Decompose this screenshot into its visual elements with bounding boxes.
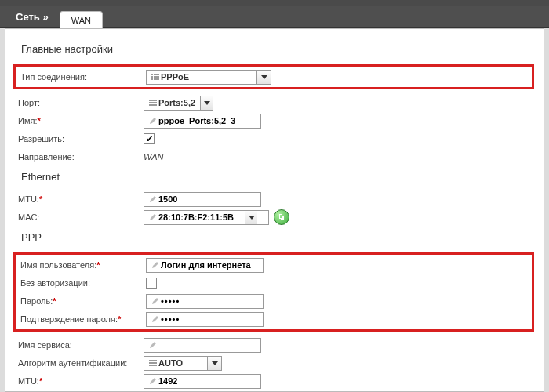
label-password: Пароль:* bbox=[20, 296, 146, 306]
label-eth-mtu: MTU:* bbox=[18, 194, 144, 204]
pencil-icon bbox=[150, 297, 161, 305]
pencil-icon bbox=[147, 195, 158, 203]
pencil-icon bbox=[147, 117, 158, 125]
select-conn-type-value: PPPoE bbox=[161, 72, 256, 82]
page-body: Главные настройки Тип соединения: PPPoE … bbox=[5, 28, 544, 392]
select-port[interactable]: Ports:5,2 bbox=[144, 96, 213, 111]
select-port-value: Ports:5,2 bbox=[158, 98, 200, 107]
list-icon bbox=[147, 359, 158, 367]
label-name: Имя:* bbox=[18, 116, 144, 125]
value-direction: WAN bbox=[144, 152, 163, 162]
page-header: Сеть » WAN bbox=[0, 6, 549, 28]
chevron-down-icon[interactable] bbox=[256, 71, 271, 84]
list-icon bbox=[150, 73, 161, 81]
input-ppp-mtu-field[interactable] bbox=[158, 376, 253, 386]
input-password-field[interactable] bbox=[161, 296, 255, 306]
label-port: Порт: bbox=[18, 98, 144, 107]
label-service: Имя сервиса: bbox=[18, 340, 144, 350]
pencil-icon bbox=[147, 341, 158, 349]
input-name-field[interactable] bbox=[158, 116, 253, 125]
input-name[interactable] bbox=[144, 114, 261, 129]
list-icon bbox=[147, 99, 158, 107]
label-conn-type: Тип соединения: bbox=[20, 72, 146, 82]
pencil-icon bbox=[147, 213, 158, 221]
select-auth[interactable]: AUTO bbox=[144, 356, 222, 371]
label-mac: MAC: bbox=[18, 212, 144, 222]
breadcrumb[interactable]: Сеть » bbox=[16, 11, 49, 23]
label-allow: Разрешить: bbox=[18, 134, 144, 143]
section-title-ppp: PPP bbox=[16, 227, 534, 251]
chevron-down-icon[interactable] bbox=[200, 96, 213, 110]
select-auth-value: AUTO bbox=[158, 358, 207, 368]
chevron-down-icon[interactable] bbox=[207, 357, 221, 370]
checkbox-noauth[interactable] bbox=[146, 278, 157, 289]
input-eth-mtu[interactable] bbox=[144, 192, 261, 207]
pencil-icon bbox=[147, 377, 158, 385]
chevron-down-icon[interactable] bbox=[245, 211, 257, 224]
input-service-field[interactable] bbox=[158, 340, 253, 350]
section-title-main: Главные настройки bbox=[16, 38, 534, 63]
select-conn-type[interactable]: PPPoE bbox=[146, 70, 271, 85]
pencil-icon bbox=[150, 261, 161, 269]
window-chrome bbox=[0, 0, 549, 6]
pencil-icon bbox=[150, 315, 161, 323]
input-username[interactable] bbox=[146, 258, 264, 273]
input-mac[interactable] bbox=[144, 210, 269, 225]
clone-mac-button[interactable] bbox=[274, 209, 289, 225]
input-password[interactable] bbox=[146, 294, 264, 309]
input-username-field[interactable] bbox=[161, 260, 255, 270]
label-username: Имя пользователя:* bbox=[20, 260, 146, 270]
section-title-ethernet: Ethernet bbox=[16, 166, 534, 191]
input-service[interactable] bbox=[144, 338, 261, 353]
highlight-connection-type: Тип соединения: PPPoE bbox=[13, 64, 534, 89]
label-noauth: Без авторизации: bbox=[20, 278, 146, 288]
input-password-confirm[interactable] bbox=[146, 312, 264, 327]
input-password-confirm-field[interactable] bbox=[161, 314, 255, 324]
input-eth-mtu-field[interactable] bbox=[158, 194, 253, 204]
label-password-confirm: Подтверждение пароля:* bbox=[20, 314, 146, 324]
highlight-credentials: Имя пользователя:* Без авторизации: Паро… bbox=[13, 252, 534, 332]
input-mac-field[interactable] bbox=[158, 212, 245, 222]
label-direction: Направление: bbox=[18, 152, 144, 162]
label-auth: Алгоритм аутентификации: bbox=[18, 358, 144, 368]
checkbox-allow[interactable]: ✔ bbox=[144, 133, 155, 144]
label-ppp-mtu: MTU:* bbox=[18, 376, 144, 386]
input-ppp-mtu[interactable] bbox=[144, 374, 261, 389]
tab-wan[interactable]: WAN bbox=[60, 11, 103, 28]
